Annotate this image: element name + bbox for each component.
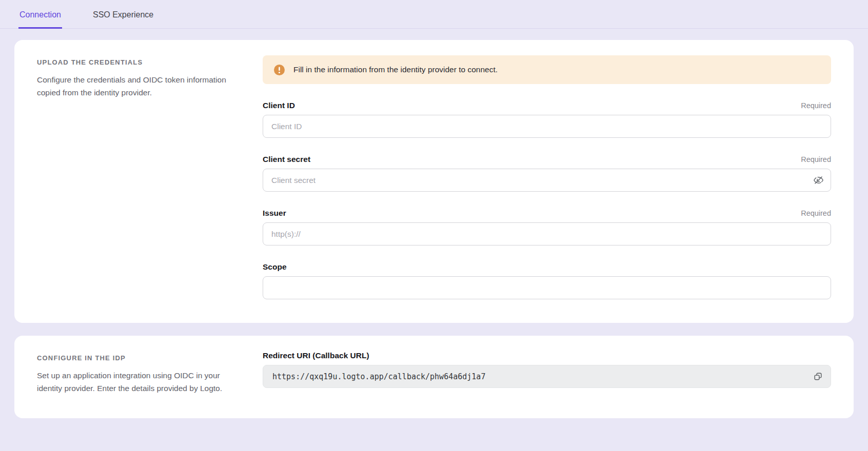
- field-scope-head: Scope: [263, 262, 831, 272]
- field-issuer-head: Issuer Required: [263, 209, 831, 218]
- redirect-uri-label: Redirect URI (Callback URL): [263, 351, 369, 360]
- issuer-input[interactable]: [263, 222, 831, 245]
- credentials-card-description-column: UPLOAD THE CREDENTIALS Configure the cre…: [37, 55, 263, 99]
- idp-section-title: CONFIGURE IN THE IDP: [37, 354, 247, 362]
- alert-text: Fill in the information from the identit…: [293, 65, 498, 74]
- client-id-input-wrap: [263, 115, 831, 138]
- field-client-id-head: Client ID Required: [263, 101, 831, 110]
- idp-card-description-column: CONFIGURE IN THE IDP Set up an applicati…: [37, 351, 263, 395]
- field-client-secret-head: Client secret Required: [263, 155, 831, 164]
- client-secret-input-wrap: [263, 169, 831, 192]
- scope-input[interactable]: [263, 276, 831, 299]
- redirect-uri-value: https://qxq19u.logto.app/callback/phw64a…: [272, 372, 809, 381]
- client-id-required-tag: Required: [801, 101, 831, 110]
- credentials-card: UPLOAD THE CREDENTIALS Configure the cre…: [14, 40, 854, 323]
- client-secret-required-tag: Required: [801, 155, 831, 163]
- scope-label: Scope: [263, 262, 287, 272]
- alert-circle-icon: [274, 65, 285, 75]
- eye-slash-icon: [813, 175, 824, 186]
- field-client-id: Client ID Required: [263, 101, 831, 138]
- tab-bar: Connection SSO Experience: [0, 0, 868, 29]
- credentials-section-title: UPLOAD THE CREDENTIALS: [37, 58, 247, 66]
- idp-section-description: Set up an application integration using …: [37, 369, 247, 395]
- field-redirect-uri-head: Redirect URI (Callback URL): [263, 351, 831, 360]
- copy-redirect-uri-button[interactable]: [809, 368, 826, 385]
- issuer-input-wrap: [263, 222, 831, 245]
- issuer-required-tag: Required: [801, 209, 831, 217]
- idp-card-form-column: Redirect URI (Callback URL) https://qxq1…: [263, 351, 831, 388]
- page-content: UPLOAD THE CREDENTIALS Configure the cre…: [0, 29, 868, 418]
- issuer-label: Issuer: [263, 209, 286, 218]
- tab-connection[interactable]: Connection: [18, 10, 62, 29]
- idp-card: CONFIGURE IN THE IDP Set up an applicati…: [14, 336, 854, 418]
- field-scope: Scope: [263, 262, 831, 299]
- scope-input-wrap: [263, 276, 831, 299]
- client-secret-label: Client secret: [263, 155, 310, 164]
- field-client-secret: Client secret Required: [263, 155, 831, 192]
- field-redirect-uri: Redirect URI (Callback URL) https://qxq1…: [263, 351, 831, 388]
- credentials-section-description: Configure the credentials and OIDC token…: [37, 73, 247, 99]
- copy-icon: [813, 372, 823, 381]
- toggle-secret-visibility-button[interactable]: [810, 172, 827, 189]
- info-alert-banner: Fill in the information from the identit…: [263, 55, 831, 84]
- redirect-uri-readonly-field: https://qxq19u.logto.app/callback/phw64a…: [263, 365, 831, 388]
- tab-sso-experience[interactable]: SSO Experience: [92, 10, 154, 29]
- client-secret-input[interactable]: [263, 169, 831, 192]
- client-id-label: Client ID: [263, 101, 295, 110]
- field-issuer: Issuer Required: [263, 209, 831, 245]
- client-id-input[interactable]: [263, 115, 831, 138]
- credentials-card-form-column: Fill in the information from the identit…: [263, 55, 831, 299]
